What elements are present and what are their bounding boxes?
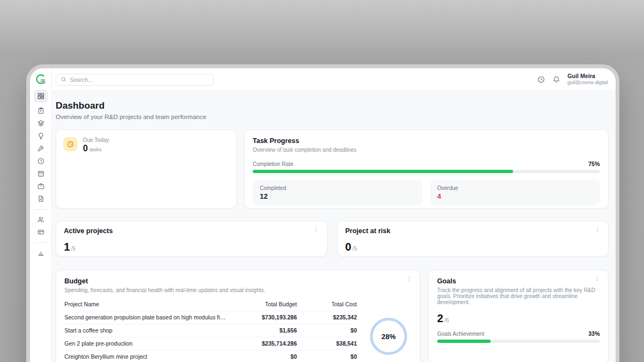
budget-card: Budget ⋮ Spending, forecasts, and financ… <box>56 270 420 362</box>
completion-rate-bar-fill <box>253 170 513 173</box>
user-name: Guil Meira <box>568 73 608 80</box>
due-today-unit: tasks <box>90 146 102 152</box>
budget-percent-ring: 28% <box>370 318 407 355</box>
kebab-menu-icon[interactable]: ⋮ <box>404 275 414 283</box>
sidebar-item-portfolio[interactable] <box>34 180 48 192</box>
completion-rate-bar <box>253 170 600 173</box>
notification-bell-icon[interactable] <box>552 75 560 84</box>
completion-rate-value: 75% <box>588 161 600 167</box>
row-budget-goals: Budget ⋮ Spending, forecasts, and financ… <box>56 270 609 362</box>
clipboard-icon <box>37 107 45 115</box>
sidebar-item-tasks[interactable] <box>34 105 48 116</box>
goals-achievement-bar <box>437 340 600 343</box>
task-stats: Completed 12 Overdue 4 <box>253 180 600 205</box>
total-cost-value[interactable]: $38,541 <box>297 340 357 347</box>
sidebar-divider <box>34 209 47 210</box>
total-cost-value[interactable]: $235,342 <box>297 314 357 321</box>
topbar-right: Guil Meira guil@creme.digital <box>537 73 608 86</box>
budget-table-row[interactable]: Gen 2 plate pre-production $235,714.286 … <box>64 337 357 351</box>
sidebar-item-tools[interactable] <box>34 143 48 154</box>
total-budget-value[interactable]: $235,714.286 <box>229 340 297 347</box>
project-name: Creighton Beryllium mine project <box>64 353 229 360</box>
goals-achievement-value: 33% <box>588 330 600 337</box>
kebab-menu-icon[interactable]: ⋮ <box>592 225 603 234</box>
total-cost-value[interactable]: $0 <box>297 353 357 360</box>
sidebar-item-team[interactable] <box>34 213 48 225</box>
goals-count: 2/6 <box>437 312 600 325</box>
sidebar-item-documents[interactable] <box>34 193 48 204</box>
budget-ring-wrap: 28% <box>366 300 412 362</box>
due-today-clock-badge <box>63 137 77 151</box>
calendar-icon <box>37 170 45 177</box>
kebab-menu-icon[interactable]: ⋮ <box>311 225 321 234</box>
budget-body: Project Name Total Budget Total Cost Sec… <box>64 300 412 362</box>
due-today-card: Due Today 0tasks <box>56 129 237 209</box>
sidebar-item-dashboard[interactable] <box>34 90 48 103</box>
bar-chart-icon <box>37 249 45 257</box>
row-counters: Active projects ⋮ 1/5 Project at risk ⋮ … <box>56 221 609 257</box>
completed-stat: Completed 12 <box>253 180 422 205</box>
budget-title: Budget <box>64 277 412 285</box>
clock-icon <box>37 157 45 165</box>
total-budget-value[interactable]: $730,193.286 <box>229 314 297 321</box>
active-projects-title: Active projects <box>64 227 319 235</box>
sidebar-item-reports[interactable] <box>34 247 48 258</box>
task-progress-subtitle: Overview of task completion and deadline… <box>253 147 600 153</box>
goals-title: Goals <box>437 277 600 285</box>
active-projects-card: Active projects ⋮ 1/5 <box>56 221 327 257</box>
due-today-label: Due Today <box>83 137 109 143</box>
budget-table-row[interactable]: Start a coffee shop $1,656 $0 <box>64 324 357 337</box>
user-email: guil@creme.digital <box>568 80 608 86</box>
task-progress-card: Task Progress Overview of task completio… <box>244 129 609 209</box>
goals-subtitle: Track the progress and alignment of all … <box>437 287 600 305</box>
total-budget-value[interactable]: $0 <box>229 353 297 360</box>
project-at-risk-card: Project at risk ⋮ 0/5 <box>337 221 609 257</box>
dashboard-grid-icon <box>37 92 45 100</box>
due-today-text: Due Today 0tasks <box>83 137 109 153</box>
sidebar-item-ideas[interactable] <box>34 130 48 141</box>
project-name: Second generation propulsion plate based… <box>64 314 229 321</box>
budget-table-row[interactable]: Creighton Beryllium mine project $0 $0 <box>64 351 357 362</box>
total-cost-value[interactable]: $0 <box>297 327 357 334</box>
kebab-menu-icon[interactable]: ⋮ <box>592 275 603 283</box>
creme-logo-icon[interactable] <box>35 73 47 85</box>
row-overview: Due Today 0tasks Task Progress Overview … <box>56 129 609 209</box>
document-icon <box>37 195 45 203</box>
page-title: Dashboard <box>56 100 609 111</box>
goals-card: Goals ⋮ Track the progress and alignment… <box>428 270 609 362</box>
goals-achievement-bar-fill <box>437 340 491 343</box>
overdue-value: 4 <box>437 192 593 200</box>
search-box[interactable] <box>56 74 214 86</box>
project-name: Gen 2 plate pre-production <box>64 340 229 347</box>
lightbulb-icon <box>37 132 45 140</box>
budget-subtitle: Spending, forecasts, and financial healt… <box>64 287 412 293</box>
sidebar-item-billing[interactable] <box>34 226 48 238</box>
sidebar-divider <box>34 242 47 243</box>
col-total-cost: Total Cost <box>297 301 357 307</box>
search-input[interactable] <box>70 76 209 83</box>
project-name: Start a coffee shop <box>64 327 229 334</box>
history-clock-icon[interactable] <box>537 75 545 84</box>
project-at-risk-title: Project at risk <box>345 227 601 235</box>
briefcase-icon <box>37 182 45 190</box>
app-window: V1.0 <box>30 68 616 362</box>
users-icon <box>37 216 45 223</box>
sidebar-item-projects[interactable] <box>34 117 48 129</box>
wrench-icon <box>37 145 45 152</box>
total-budget-value[interactable]: $1,656 <box>229 327 297 334</box>
budget-table-row[interactable]: Second generation propulsion plate based… <box>64 311 357 324</box>
goals-achievement-label: Goals Achievement <box>437 331 484 337</box>
main-area: Guil Meira guil@creme.digital Dashboard … <box>52 68 616 362</box>
sidebar-item-calendar[interactable] <box>34 168 48 179</box>
active-projects-count: 1/5 <box>64 241 319 253</box>
sidebar-item-time[interactable] <box>34 155 48 167</box>
topbar: Guil Meira guil@creme.digital <box>52 68 616 91</box>
completed-value: 12 <box>260 192 415 200</box>
completion-rate-row: Completion Rate 75% <box>253 161 600 167</box>
budget-table: Project Name Total Budget Total Cost Sec… <box>64 300 357 362</box>
budget-percent-value: 28% <box>381 333 396 341</box>
search-icon <box>61 76 67 82</box>
goals-achievement-row: Goals Achievement 33% <box>437 330 600 337</box>
overdue-label: Overdue <box>437 185 593 191</box>
user-menu[interactable]: Guil Meira guil@creme.digital <box>568 73 608 86</box>
